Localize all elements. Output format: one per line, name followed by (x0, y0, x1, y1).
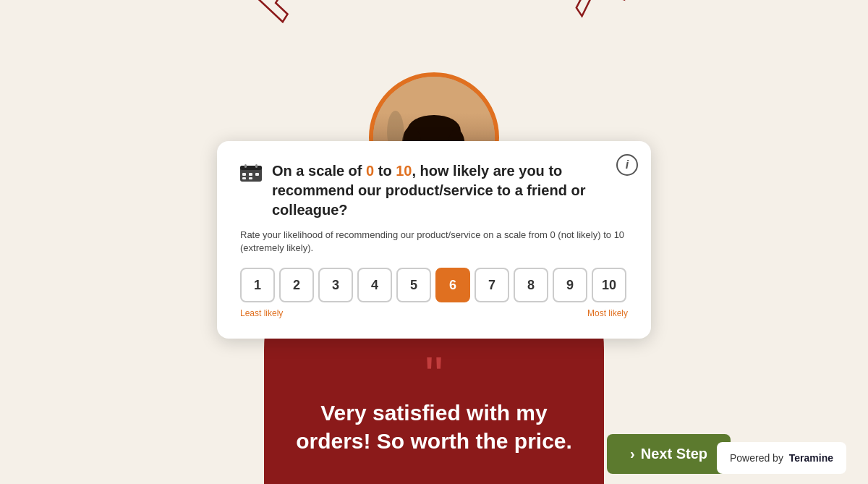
quote-marks: " (282, 360, 586, 391)
page-container: FEEDBACK (0, 0, 868, 484)
chevron-icon: › (630, 446, 635, 462)
info-icon: i (626, 158, 629, 171)
quote-text: Very satisfied with my orders! So worth … (282, 399, 586, 455)
rating-btn-10[interactable]: 10 (592, 268, 626, 302)
card-header: On a scale of 0 to 10, how likely are yo… (240, 161, 628, 220)
svg-rect-14 (244, 164, 247, 168)
least-likely-label: Least likely (240, 308, 283, 318)
rating-btn-9[interactable]: 9 (553, 268, 587, 302)
next-step-label: Next Step (641, 446, 707, 462)
svg-text:FEEDBACK: FEEDBACK (233, 0, 634, 31)
svg-rect-18 (255, 173, 259, 176)
rating-labels: Least likely Most likely (240, 308, 628, 318)
next-step-button[interactable]: › Next Step (607, 434, 731, 474)
subtext: Rate your likelihood of recommending our… (240, 229, 628, 255)
nps-icon (240, 164, 263, 182)
brand-name: Teramine (789, 452, 833, 464)
info-button[interactable]: i (616, 154, 638, 176)
svg-rect-20 (249, 177, 252, 179)
rating-row: 12345678910 (240, 268, 628, 302)
svg-rect-19 (242, 177, 246, 179)
rating-btn-6[interactable]: 6 (435, 268, 470, 302)
rating-btn-7[interactable]: 7 (475, 268, 509, 302)
rating-btn-2[interactable]: 2 (279, 268, 314, 302)
rating-btn-4[interactable]: 4 (357, 268, 392, 302)
question-text: On a scale of 0 to 10, how likely are yo… (272, 161, 628, 220)
powered-by-prefix: Powered by (730, 452, 783, 464)
svg-rect-15 (255, 164, 258, 168)
svg-rect-13 (240, 166, 262, 170)
powered-by-badge: Powered by Teramine (717, 442, 846, 474)
rating-btn-5[interactable]: 5 (396, 268, 431, 302)
svg-rect-16 (242, 173, 246, 176)
rating-btn-1[interactable]: 1 (240, 268, 275, 302)
quote-section: " Very satisfied with my orders! So wort… (282, 360, 586, 455)
svg-rect-17 (249, 173, 252, 176)
rating-btn-8[interactable]: 8 (514, 268, 548, 302)
question-card: i On a scale of 0 to 10, how likely are … (217, 141, 651, 339)
most-likely-label: Most likely (587, 308, 628, 318)
rating-btn-3[interactable]: 3 (318, 268, 353, 302)
